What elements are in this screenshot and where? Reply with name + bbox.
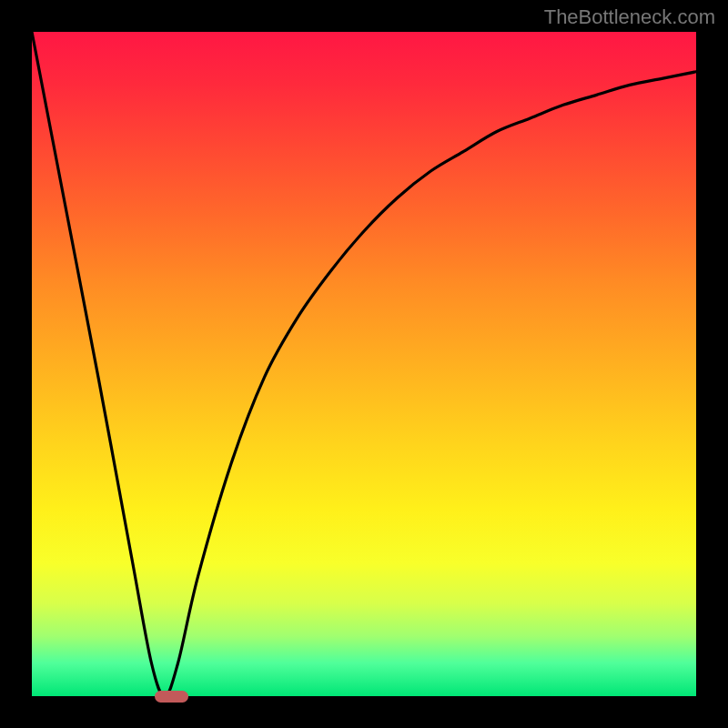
optimal-range-marker <box>155 691 188 703</box>
watermark-text: TheBottleneck.com <box>544 5 715 29</box>
bottleneck-curve <box>32 32 696 696</box>
chart-frame: TheBottleneck.com <box>0 0 728 728</box>
plot-area <box>32 32 696 696</box>
